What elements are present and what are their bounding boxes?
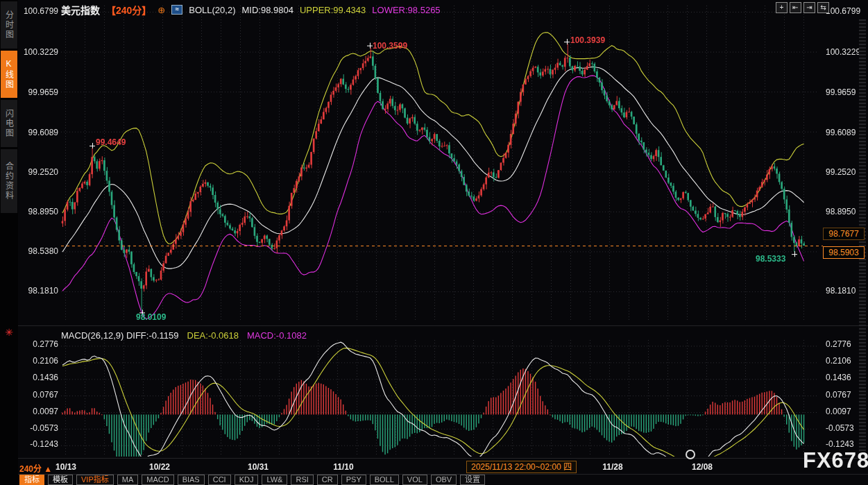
- toolbar-item-indicators[interactable]: 指标: [19, 475, 44, 485]
- boll-label: BOLL(20,2): [189, 5, 235, 15]
- x-tick-date: 12/08: [692, 462, 713, 472]
- crosshair-icon[interactable]: +: [776, 2, 788, 13]
- symbol-name: 美元指数: [61, 3, 100, 17]
- chart-type-icon[interactable]: ≈: [171, 5, 182, 15]
- ref-price-box: 98.7677: [823, 228, 865, 240]
- x-tick-date: 11/10: [333, 462, 353, 472]
- high-price-label: 100.3599: [373, 41, 407, 51]
- sidebar-item-kline-chart[interactable]: K线图: [1, 51, 17, 98]
- sidebar-item-flash-chart[interactable]: 闪电图: [1, 100, 17, 147]
- pan-icon[interactable]: ⇆: [817, 2, 829, 13]
- y-tick: 99.6089: [19, 128, 58, 137]
- timeframe-label[interactable]: 240分 ▲: [19, 462, 52, 474]
- boll-upper-value: UPPER:99.4343: [300, 5, 366, 15]
- y-tick: 0.2106: [19, 356, 58, 366]
- y-tick: 0.0097: [19, 407, 58, 416]
- low-price-label: 98.0109: [136, 312, 166, 322]
- toolbar-item-templates[interactable]: 模板: [48, 475, 73, 485]
- fx678-watermark: FX678: [803, 448, 868, 473]
- sidebar-item-contract-info[interactable]: 合约资料: [1, 149, 17, 213]
- y-tick: 0.0767: [19, 390, 58, 400]
- low-price-label: 98.5333: [756, 254, 785, 264]
- y-tick: 98.5380: [19, 246, 58, 256]
- y-tick: -0.0573: [19, 423, 58, 433]
- x-tick-date: 11/28: [602, 462, 622, 472]
- kline-app-window: { "header": { "symbol": "美元指数", "period"…: [0, 0, 868, 485]
- y-tick: 0.1436: [19, 373, 58, 382]
- toolbar-item-macd[interactable]: MACD: [142, 475, 173, 485]
- toolbar-item-obv[interactable]: OBV: [431, 475, 457, 485]
- indicator-toolbar: 指标 模板 VIP指标 MA MACD BIAS CCI KDJ LW& RSI…: [19, 475, 485, 485]
- last-price-box: 98.5903: [823, 246, 865, 259]
- toolbar-item-bias[interactable]: BIAS: [178, 475, 205, 485]
- panel-marker-icon: ✳: [5, 327, 13, 337]
- toolbar-item-cci[interactable]: CCI: [208, 475, 231, 485]
- chart-canvas[interactable]: [0, 0, 868, 485]
- y-tick: 100.6799: [826, 6, 865, 16]
- toolbar-item-boll[interactable]: BOLL: [370, 475, 399, 485]
- axis-divider: [18, 458, 868, 459]
- chart-tool-icons: + ⇤ ⇥ ⇆: [776, 2, 829, 13]
- high-price-label: 99.4649: [96, 137, 126, 147]
- toolbar-item-ma[interactable]: MA: [117, 475, 139, 485]
- x-tick-date: 10/22: [149, 462, 170, 472]
- y-tick: 99.9659: [19, 87, 58, 97]
- x-tick-date: 10/31: [248, 462, 269, 472]
- toolbar-item-vip[interactable]: VIP指标: [76, 475, 114, 485]
- macd-dea-value: DEA:-0.0618: [187, 330, 239, 341]
- toolbar-item-settings[interactable]: 设置: [460, 475, 485, 485]
- toolbar-item-cr[interactable]: CR: [317, 475, 338, 485]
- period-label: 【240分】: [106, 3, 151, 17]
- y-tick: -0.1243: [19, 439, 58, 449]
- toolbar-item-lw[interactable]: LW&: [262, 475, 287, 485]
- high-price-label: 100.3939: [570, 35, 605, 45]
- panel-divider: [18, 325, 868, 326]
- left-sidebar: 分时图 K线图 闪电图 合约资料 ✳: [0, 0, 18, 485]
- boll-lower-value: LOWER:98.5265: [372, 5, 440, 15]
- scale-right-icon[interactable]: ⇥: [803, 2, 815, 13]
- boll-mid-value: MID:98.9804: [241, 5, 293, 15]
- scale-left-icon[interactable]: ⇤: [790, 2, 801, 13]
- y-tick: 98.1810: [19, 286, 58, 296]
- y-tick: 0.2776: [19, 339, 58, 349]
- macd-diff-value: MACD(26,12,9) DIFF:-0.1159: [61, 330, 179, 341]
- y-tick: 98.8950: [19, 207, 58, 216]
- crosshair-datetime-box: 2025/11/13 22:00~02:00 四: [466, 461, 577, 473]
- x-tick-date: 10/13: [56, 462, 76, 472]
- chart-header: 美元指数 【240分】 ⊕ ≈ BOLL(20,2) MID:98.9804 U…: [61, 3, 441, 17]
- mouse-cursor-icon: [686, 450, 695, 459]
- y-tick: 99.2520: [19, 167, 58, 177]
- add-indicator-icon[interactable]: ⊕: [158, 5, 165, 15]
- toolbar-item-kdj[interactable]: KDJ: [235, 475, 259, 485]
- macd-value: MACD:-0.1082: [247, 330, 307, 341]
- y-tick: 100.6799: [19, 6, 58, 16]
- toolbar-item-rsi[interactable]: RSI: [291, 475, 313, 485]
- y-tick: 100.3229: [19, 47, 58, 57]
- macd-header: MACD(26,12,9) DIFF:-0.1159 DEA:-0.0618 M…: [61, 330, 307, 341]
- toolbar-item-psy[interactable]: PSY: [341, 475, 366, 485]
- sidebar-item-timeline-chart[interactable]: 分时图: [1, 1, 17, 49]
- toolbar-item-vol[interactable]: VOL: [402, 475, 427, 485]
